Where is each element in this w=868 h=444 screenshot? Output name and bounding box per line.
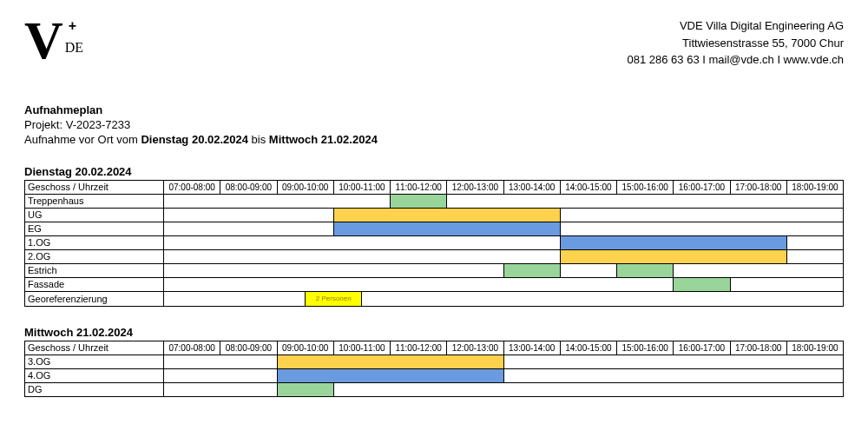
cell-note: 2 Personen	[306, 292, 361, 306]
table-row: UG	[25, 208, 844, 222]
time-slot-header: 14:00-15:00	[560, 341, 616, 355]
schedule-cell	[503, 368, 844, 382]
schedule-cell	[164, 263, 504, 277]
time-slot-header: 11:00-12:00	[391, 180, 447, 194]
time-slot-header: 07:00-08:00	[164, 180, 220, 194]
table-row: Fassade	[25, 277, 844, 291]
day1-heading: Dienstag 20.02.2024	[24, 165, 844, 178]
doc-meta: Aufnahmeplan Projekt: V-2023-7233 Aufnah…	[24, 103, 844, 146]
time-slot-header: 18:00-19:00	[786, 341, 843, 355]
row-label: Treppenhaus	[25, 194, 164, 208]
row-label: Georeferenzierung	[25, 291, 164, 306]
row-label: 2.OG	[25, 249, 164, 263]
time-slot-header: 09:00-10:00	[277, 341, 333, 355]
table-row: 4.OG	[25, 368, 844, 382]
schedule-cell	[503, 355, 844, 368]
schedule-cell	[560, 235, 786, 249]
schedule-cell	[164, 291, 306, 306]
day1-header-row: Geschoss / Uhrzeit07:00-08:0008:00-09:00…	[25, 180, 844, 194]
schedule-cell	[164, 355, 278, 368]
row-label: DG	[25, 382, 164, 396]
time-slot-header: 12:00-13:00	[447, 180, 503, 194]
schedule-cell	[617, 263, 674, 277]
table-row: Estrich	[25, 263, 844, 277]
company-address: Tittwiesenstrasse 55, 7000 Chur	[627, 35, 844, 52]
schedule-cell	[164, 368, 278, 382]
schedule-cell	[277, 355, 503, 368]
day1-body: TreppenhausUGEG1.OG2.OGEstrichFassadeGeo…	[25, 194, 844, 306]
schedule-cell	[786, 249, 843, 263]
time-slot-header: 07:00-08:00	[164, 341, 220, 355]
schedule-cell	[333, 222, 560, 235]
time-slot-header: 16:00-17:00	[674, 341, 730, 355]
schedule-cell	[560, 208, 843, 222]
row-label: Fassade	[25, 277, 164, 291]
logo-plus-icon: +	[69, 19, 76, 33]
schedule-cell	[447, 194, 844, 208]
schedule-cell	[164, 194, 391, 208]
schedule-cell	[164, 208, 334, 222]
schedule-cell	[164, 235, 561, 249]
schedule-cell	[560, 249, 786, 263]
table-row: 2.OG	[25, 249, 844, 263]
table-row: Treppenhaus	[25, 194, 844, 208]
schedule-cell	[277, 382, 333, 396]
doc-title: Aufnahmeplan	[24, 103, 844, 116]
company-name: VDE Villa Digital Engineering AG	[627, 17, 844, 35]
time-slot-header: 10:00-11:00	[333, 180, 390, 194]
schedule-cell	[164, 249, 561, 263]
page-header: V + DE VDE Villa Digital Engineering AG …	[24, 17, 844, 69]
row-label: UG	[25, 208, 164, 222]
schedule-cell	[560, 222, 843, 235]
day2-body: 3.OG4.OGDG	[25, 355, 844, 396]
schedule-cell	[503, 263, 560, 277]
row-label: 4.OG	[25, 368, 164, 382]
schedule-cell	[333, 208, 560, 222]
time-slot-header: 16:00-17:00	[674, 180, 730, 194]
schedule-cell	[674, 277, 730, 291]
company-logo: V + DE	[24, 17, 83, 63]
time-slot-header: 18:00-19:00	[786, 180, 843, 194]
table-row: 3.OG	[25, 355, 844, 368]
schedule-cell	[362, 291, 844, 306]
company-info: VDE Villa Digital Engineering AG Tittwie…	[627, 17, 844, 69]
day2-header-row: Geschoss / Uhrzeit07:00-08:0008:00-09:00…	[25, 341, 844, 355]
logo-letter-v: V	[24, 17, 62, 63]
time-slot-header: 17:00-18:00	[730, 341, 786, 355]
corner-label: Geschoss / Uhrzeit	[25, 180, 164, 194]
schedule-cell	[786, 235, 843, 249]
day2-table: Geschoss / Uhrzeit07:00-08:0008:00-09:00…	[24, 341, 844, 397]
time-slot-header: 10:00-11:00	[333, 341, 390, 355]
corner-label: Geschoss / Uhrzeit	[25, 341, 164, 355]
schedule-cell	[333, 382, 843, 396]
schedule-cell	[391, 194, 447, 208]
time-slot-header: 08:00-09:00	[220, 341, 277, 355]
time-slot-header: 13:00-14:00	[503, 180, 560, 194]
schedule-cell	[277, 368, 503, 382]
row-label: EG	[25, 222, 164, 235]
time-slot-header: 17:00-18:00	[730, 180, 786, 194]
table-row: 1.OG	[25, 235, 844, 249]
schedule-cell	[730, 277, 844, 291]
row-label: 1.OG	[25, 235, 164, 249]
date-range-line: Aufnahme vor Ort vom Dienstag 20.02.2024…	[24, 133, 844, 146]
table-row: Georeferenzierung2 Personen	[25, 291, 844, 306]
company-contact: 081 286 63 63 I mail@vde.ch I www.vde.ch	[627, 51, 844, 69]
time-slot-header: 08:00-09:00	[220, 180, 277, 194]
time-slot-header: 15:00-16:00	[617, 341, 674, 355]
time-slot-header: 13:00-14:00	[503, 341, 560, 355]
time-slot-header: 12:00-13:00	[447, 341, 503, 355]
time-slot-header: 09:00-10:00	[277, 180, 333, 194]
row-label: Estrich	[25, 263, 164, 277]
schedule-cell	[164, 277, 674, 291]
schedule-cell	[164, 222, 334, 235]
day1-table: Geschoss / Uhrzeit07:00-08:0008:00-09:00…	[24, 180, 844, 307]
schedule-cell	[560, 263, 616, 277]
time-slot-header: 11:00-12:00	[391, 341, 447, 355]
table-row: DG	[25, 382, 844, 396]
time-slot-header: 14:00-15:00	[560, 180, 616, 194]
schedule-cell	[164, 382, 278, 396]
schedule-cell: 2 Personen	[306, 291, 362, 306]
schedule-cell	[674, 263, 844, 277]
table-row: EG	[25, 222, 844, 235]
